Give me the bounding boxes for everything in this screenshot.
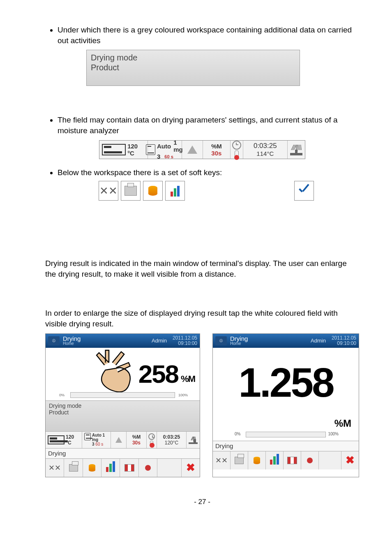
close-icon: ✖ [346, 454, 355, 467]
profile-icon [146, 144, 155, 155]
screenshot-pair: ⦾ Drying Home Admin 2011.12.05 09:10:00 [45, 333, 359, 477]
status-auto-cell: Auto 1 mg 3 60 s [148, 141, 182, 159]
grey-workspace-field: Drying mode Product [86, 50, 300, 86]
wrench-icon: ✕✕ [215, 456, 228, 465]
database-icon [89, 464, 95, 472]
scrA-sub: Home [63, 342, 148, 346]
scrB-sk-chart[interactable] [266, 451, 284, 469]
scrB-header: ⦾ Drying Home Admin 2011.12.05 09:10:00 [213, 334, 359, 348]
scrB-sk-close[interactable]: ✖ [341, 451, 359, 469]
scrA-prog-left: 0% [59, 393, 65, 397]
temp-profile-icon [102, 144, 126, 155]
scrA-temp2: 120°C [165, 440, 179, 446]
scrA-pctM: %M [132, 434, 141, 440]
scrA-prof-icon [48, 435, 65, 444]
barchart-icon [106, 464, 115, 472]
record-icon [145, 465, 151, 471]
close-icon: ✖ [186, 461, 195, 474]
scrB-prog-left: 0% [235, 432, 240, 436]
scrB-softkeys: ✕✕ ✖ [213, 451, 359, 469]
scrB-prog-right: 100% [328, 432, 339, 436]
flag-icon [125, 464, 134, 472]
softkey-confirm[interactable] [294, 181, 314, 201]
screenshot-large: ⦾ Drying Home Admin 2011.12.05 09:10:00 … [212, 333, 359, 477]
scrA-grey: Drying mode Product [46, 400, 200, 431]
scrA-prog-right: 100% [178, 393, 188, 397]
scrA-time2: 0:03:25 [163, 434, 180, 440]
scrA-sk-wrench[interactable]: ✕✕ [46, 459, 64, 477]
status-time-cell: 0:03:25 114°C [243, 141, 288, 159]
status-pctM: %M [211, 143, 222, 150]
status-bar: 120 °C Auto 1 mg 3 60 s [99, 140, 305, 159]
scrA-sk-db[interactable] [83, 459, 101, 477]
scrB-sub: Home [230, 342, 307, 346]
status-temp: 120 °C [127, 143, 145, 157]
scrA-header: ⦾ Drying Home Admin 2011.12.05 09:10:00 [46, 334, 200, 348]
wrench-icon: ✕✕ [48, 463, 61, 472]
scrB-sk-db[interactable] [248, 451, 266, 469]
scrB-unit: %M [334, 418, 351, 429]
scrB-admin: Admin [311, 338, 326, 344]
paragraph-2: In order to enlarge the size of displaye… [45, 308, 359, 329]
scrB-sk-flag[interactable] [284, 451, 301, 469]
barchart-icon [171, 185, 180, 197]
hand-tap-icon [78, 348, 144, 397]
status-temp-cell: 120 °C [99, 141, 148, 159]
scrB-sk-wrench[interactable]: ✕✕ [213, 451, 231, 469]
scrB-progress: 0% 100% [246, 432, 326, 437]
grey-line-2: Product [91, 62, 295, 72]
scrA-clock-icon [148, 433, 155, 440]
printer-icon [235, 457, 244, 464]
status-30s: 30s [211, 150, 221, 157]
scrA-main[interactable]: 258 %M 0% 100% [46, 348, 200, 400]
scrA-sk-rec[interactable] [139, 459, 157, 477]
status-infra-cell: ///||\\\ [288, 141, 305, 159]
bullet-3: Below the workspace there is a set of so… [58, 167, 359, 178]
grey-line-1: Drying mode [91, 53, 295, 62]
scrA-admin: Admin [152, 338, 167, 344]
scrA-30s: 30s [132, 440, 141, 446]
scrA-grey-2: Product [49, 409, 196, 416]
printer-icon [125, 186, 137, 196]
screenshot-small: ⦾ Drying Home Admin 2011.12.05 09:10:00 [45, 333, 200, 477]
softkey-print[interactable] [121, 181, 141, 201]
printer-icon [69, 464, 78, 472]
softkey-row: ✕✕ [99, 181, 359, 201]
barchart-icon [270, 456, 279, 465]
status-pct-cell: %M 30s [203, 141, 230, 159]
scrA-sk-print[interactable] [64, 459, 83, 477]
scrA-therm-icon [150, 441, 153, 446]
softkey-database[interactable] [143, 181, 163, 201]
scrA-bal-icon [189, 442, 198, 444]
scrA-status: 120 °C Auto 1 mg 3 60 s %M 30s [46, 431, 200, 448]
scrA-value: 258 %M [138, 359, 195, 388]
scrB-sk-print[interactable] [231, 451, 248, 469]
check-icon [297, 185, 311, 196]
scrA-sk-chart[interactable] [101, 459, 120, 477]
status-temp2: 114°C [256, 150, 274, 157]
scrA-sk-flag[interactable] [120, 459, 138, 477]
level-icon: ⦾ [48, 336, 60, 345]
softkey-settings[interactable]: ✕✕ [99, 181, 118, 201]
warning-icon [187, 146, 197, 154]
scrA-label: Drying [46, 448, 200, 458]
scrA-sk-close[interactable]: ✖ [182, 459, 200, 477]
flag-icon [287, 457, 297, 464]
scrB-sk-rec[interactable] [301, 451, 319, 469]
balance-icon [290, 153, 302, 155]
scrA-warn-icon [115, 437, 122, 443]
softkey-chart[interactable] [165, 181, 185, 201]
scrA-softkeys: ✕✕ ✖ [46, 458, 200, 477]
scrB-time: 09:10:00 [332, 341, 356, 346]
status-warn-cell [182, 141, 203, 159]
status-60s: 60 s [164, 154, 173, 159]
scrB-title: Drying [230, 335, 307, 342]
status-time: 0:03:25 [254, 142, 277, 150]
scrA-profile-icon [84, 433, 91, 440]
status-three: 3 [157, 153, 160, 160]
scrB-main[interactable]: 1.258 [213, 348, 359, 418]
database-icon [148, 186, 157, 196]
database-icon [254, 457, 260, 464]
scrA-title: Drying [63, 335, 148, 342]
paragraph-1: Drying result is indicated in the main w… [45, 258, 359, 279]
